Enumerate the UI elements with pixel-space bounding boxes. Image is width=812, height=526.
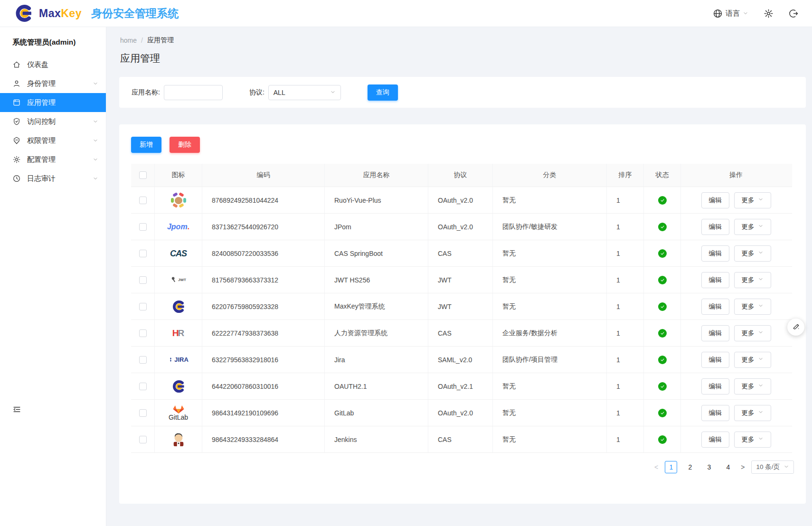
table-row: JWT817568793663373312JWT HS256JWT暂无1编辑更多 xyxy=(131,267,792,293)
app-title: 身份安全管理系统 xyxy=(91,6,179,21)
delete-button[interactable]: 删除 xyxy=(170,137,200,153)
status-enabled-icon xyxy=(658,223,667,231)
protocol-select-value: ALL xyxy=(274,89,285,96)
logout-icon[interactable] xyxy=(789,9,799,19)
row-actions: 编辑更多 xyxy=(681,240,791,266)
row-checkbox[interactable] xyxy=(139,329,147,337)
page-number-3[interactable]: 3 xyxy=(703,461,715,473)
select-all-checkbox[interactable] xyxy=(139,171,147,179)
edit-button[interactable]: 编辑 xyxy=(701,192,729,208)
row-checkbox[interactable] xyxy=(139,409,147,417)
theme-settings-fab[interactable] xyxy=(787,319,804,336)
edit-button[interactable]: 编辑 xyxy=(701,299,729,315)
app-sort: 1 xyxy=(607,187,644,213)
app-icon-cell xyxy=(155,373,202,399)
app-sort: 1 xyxy=(607,293,644,319)
app-code: 837136275440926720 xyxy=(202,214,325,240)
app-status-cell xyxy=(644,320,681,346)
page-size-select[interactable]: 10 条/页 xyxy=(751,460,794,474)
page-size-value: 10 条/页 xyxy=(756,463,780,471)
prev-page-button[interactable]: < xyxy=(654,463,658,471)
row-checkbox[interactable] xyxy=(139,250,147,257)
row-checkbox[interactable] xyxy=(139,383,147,390)
app-protocol: OAuth_v2.1 xyxy=(428,373,493,399)
sidebar-item-label: 配置管理 xyxy=(27,155,56,164)
app-name: CAS SpringBoot xyxy=(325,240,428,266)
more-button[interactable]: 更多 xyxy=(734,325,771,341)
table-toolbar: 新增 删除 xyxy=(131,137,794,153)
sidebar-item-dashboard[interactable]: 仪表盘 xyxy=(0,55,106,74)
app-protocol: CAS xyxy=(428,426,493,452)
row-checkbox[interactable] xyxy=(139,436,147,443)
more-button[interactable]: 更多 xyxy=(734,219,771,235)
edit-button[interactable]: 编辑 xyxy=(701,405,729,421)
sidebar-item-apps[interactable]: 应用管理 xyxy=(0,93,106,112)
breadcrumb-home-link[interactable]: home xyxy=(120,37,137,44)
sidebar-item-config[interactable]: 配置管理 xyxy=(0,150,106,169)
row-checkbox[interactable] xyxy=(139,276,147,284)
apps-table: 图标编码应用名称协议分类排序状态操作 876892492581044224Ruo… xyxy=(131,164,792,453)
sidebar-item-audit[interactable]: 日志审计 xyxy=(0,169,106,188)
app-category: 企业服务/数据分析 xyxy=(493,320,607,346)
edit-button[interactable]: 编辑 xyxy=(701,352,729,368)
add-button[interactable]: 新增 xyxy=(131,137,161,153)
more-button[interactable]: 更多 xyxy=(734,245,771,262)
more-button[interactable]: 更多 xyxy=(734,272,771,288)
status-enabled-icon xyxy=(658,276,667,284)
more-button[interactable]: 更多 xyxy=(734,299,771,315)
sidebar-item-label: 日志审计 xyxy=(27,174,56,183)
edit-button[interactable]: 编辑 xyxy=(701,378,729,394)
brand-name: MaxKey xyxy=(39,7,82,20)
app-name-input[interactable] xyxy=(164,85,223,100)
more-button[interactable]: 更多 xyxy=(734,378,771,394)
sidebar-item-perms[interactable]: 权限管理 xyxy=(0,131,106,150)
search-button[interactable]: 查询 xyxy=(368,85,398,101)
row-actions: 编辑更多 xyxy=(681,187,791,213)
edit-button[interactable]: 编辑 xyxy=(701,219,729,235)
sidebar-item-access[interactable]: 访问控制 xyxy=(0,112,106,131)
brand: MaxKey 身份安全管理系统 xyxy=(13,3,179,24)
language-switcher[interactable]: 语言 xyxy=(713,9,748,19)
clock-icon xyxy=(12,174,21,183)
row-checkbox-cell xyxy=(131,267,155,293)
settings-gear-icon[interactable] xyxy=(764,9,774,19)
page-number-2[interactable]: 2 xyxy=(684,461,696,473)
edit-button[interactable]: 编辑 xyxy=(701,272,729,288)
app-icon-jira: JIRA xyxy=(155,357,202,363)
chevron-down-icon xyxy=(758,436,764,443)
more-button[interactable]: 更多 xyxy=(734,405,771,421)
top-header: MaxKey 身份安全管理系统 语言 xyxy=(0,0,812,27)
page-number-4[interactable]: 4 xyxy=(722,461,734,473)
more-button[interactable]: 更多 xyxy=(734,432,771,448)
app-protocol: SAML_v2.0 xyxy=(428,347,493,373)
table-row: Jpom.837136275440926720JPomOAuth_v2.0团队协… xyxy=(131,214,792,240)
app-icon-cell: JWT xyxy=(155,267,202,293)
page-number-1[interactable]: 1 xyxy=(665,461,677,473)
app-status-cell xyxy=(644,373,681,399)
sidebar-collapse-icon[interactable] xyxy=(12,405,21,416)
table-row: 622076759805923328MaxKey管理系统JWT暂无1编辑更多 xyxy=(131,293,792,320)
edit-button[interactable]: 编辑 xyxy=(701,432,729,448)
row-checkbox[interactable] xyxy=(139,223,147,231)
row-checkbox[interactable] xyxy=(139,197,147,204)
chevron-down-icon xyxy=(784,464,789,471)
app-icon-jpom: Jpom. xyxy=(155,223,202,231)
row-checkbox[interactable] xyxy=(139,303,147,310)
more-button[interactable]: 更多 xyxy=(734,352,771,368)
app-icon-cell xyxy=(155,293,202,319)
status-enabled-icon xyxy=(658,329,667,338)
sidebar: 系统管理员(admin) 仪表盘身份管理应用管理访问控制权限管理配置管理日志审计 xyxy=(0,27,106,526)
sidebar-item-identity[interactable]: 身份管理 xyxy=(0,74,106,93)
protocol-select[interactable]: ALL xyxy=(268,85,341,100)
row-checkbox-cell xyxy=(131,347,155,373)
edit-button[interactable]: 编辑 xyxy=(701,245,729,262)
app-sort: 1 xyxy=(607,426,644,452)
protocol-label: 协议: xyxy=(249,88,264,97)
more-button[interactable]: 更多 xyxy=(734,192,771,208)
edit-button[interactable]: 编辑 xyxy=(701,325,729,341)
row-checkbox[interactable] xyxy=(139,356,147,364)
next-page-button[interactable]: > xyxy=(741,463,745,471)
row-checkbox-cell xyxy=(131,187,155,213)
sidebar-item-label: 身份管理 xyxy=(27,79,56,88)
app-status-cell xyxy=(644,214,681,240)
